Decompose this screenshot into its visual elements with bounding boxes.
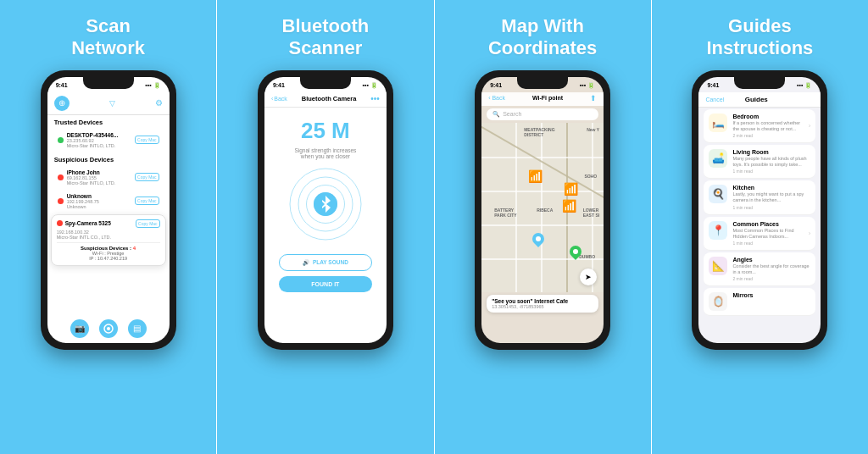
play-sound-btn[interactable]: 🔊 PLAY SOUND [279, 254, 372, 271]
device-name-3: Unknown [67, 193, 131, 199]
device-info-2: iPhone John 69.162.81.155 Micro-Star INT… [67, 169, 131, 185]
guide-read-time: 2 min read [732, 276, 810, 281]
gear-icon: ⚙ [155, 98, 163, 108]
map-view[interactable]: MEATPACKINGDISTRICT New Y SOHO BATTERYPA… [481, 123, 604, 292]
device-info: DESKTOP-435446... 23.235.60.92 Micro-Sta… [67, 132, 131, 148]
suspicious-device-row-1: iPhone John 69.162.81.155 Micro-Star INT… [53, 166, 164, 189]
cancel-btn[interactable]: Cancel [705, 97, 724, 102]
bluetooth-nav: ‹ Back Bluetooth Camera ••• [264, 92, 387, 108]
spy-camera-popup: Spy-Camera 5325 Copy Mac 192.168.100.32 … [51, 214, 166, 266]
device-company: Micro-Star INTLO, LTD. [67, 143, 131, 148]
screen-2: 9:41 ▪▪▪ 🔋 ‹ Back Bluetooth Camera ••• 2… [264, 77, 387, 343]
district-label: MEATPACKINGDISTRICT [524, 127, 554, 137]
cafe-info-box: "See you soon" Internet Cafe 13.3051453,… [487, 295, 598, 313]
signal-icons-2: ▪▪▪ 🔋 [362, 82, 377, 89]
device-info-3: Unknown 192.199.248.75 Unknown [67, 193, 131, 209]
time-2: 9:41 [273, 82, 285, 88]
guide-item-title: Kitchen [732, 185, 810, 191]
search-placeholder: Search [503, 111, 521, 117]
guide-icon: 🍳 [709, 185, 727, 203]
guide-icon: 📐 [709, 257, 727, 275]
title-line2: Network [71, 37, 145, 58]
guide-item[interactable]: 🍳 Kitchen Lastly, you might want to put … [704, 180, 815, 214]
screen-4: 9:41 ▪▪▪ 🔋 Cancel Guides 🛏️ Bedroom If a… [698, 77, 821, 343]
guide-read-time: 1 min read [732, 241, 803, 246]
title-line2-2: Scanner [288, 37, 362, 58]
back-btn-2[interactable]: ‹ Back [271, 96, 287, 102]
guide-content: Kitchen Lastly, you might want to put a … [732, 185, 810, 209]
guides-nav: Cancel Guides [698, 92, 821, 108]
bluetooth-icon [314, 192, 337, 216]
scan-btn[interactable] [99, 319, 118, 338]
guide-item-desc: Lastly, you might want to put a spy came… [732, 191, 810, 203]
guide-item-desc: If a person is concerned whether the spo… [732, 120, 803, 132]
map-search-bar[interactable]: 🔍 Search [487, 108, 598, 120]
wifi-point-label: Wi-Fi point [532, 95, 563, 101]
time-1: 9:41 [56, 82, 68, 88]
panel-title-1: Scan Network [71, 15, 145, 60]
popup-company: Micro-Star INTL CO., LTD. [57, 235, 160, 240]
status-dot-red-2 [58, 198, 64, 204]
navigation-btn[interactable]: ➤ [580, 269, 597, 285]
device-company-3: Unknown [67, 204, 131, 209]
guide-item-title: Living Room [732, 149, 810, 155]
status-dot-red-1 [58, 174, 64, 180]
guide-read-time: 1 min read [732, 169, 810, 174]
title-line1-2: Bluetooth [282, 15, 370, 36]
popup-header: Spy-Camera 5325 Copy Mac [57, 219, 160, 228]
chevron-right-icon: › [809, 230, 811, 237]
road-h1 [481, 157, 604, 158]
phone-4: 9:41 ▪▪▪ 🔋 Cancel Guides 🛏️ Bedroom If a… [692, 70, 827, 350]
camera-btn[interactable]: 📷 [70, 319, 89, 338]
guide-item[interactable]: 📍 Common Places Most Common Places to Fi… [704, 217, 815, 251]
title-line2-4: Instructions [706, 37, 813, 58]
notch-1 [83, 77, 134, 89]
guide-item[interactable]: 📐 Angles Consider the best angle for cov… [704, 252, 815, 286]
soho-label: SOHO [584, 174, 597, 179]
back-btn-3[interactable]: ‹ Back [488, 95, 505, 101]
play-icon: 🔊 [303, 259, 309, 266]
found-it-btn[interactable]: FOUND IT [279, 276, 372, 292]
wifi-marker-2: 📶 [562, 199, 576, 213]
copy-mac-btn-3[interactable]: Copy Mac [135, 197, 159, 205]
popup-ip-line: IP : 10.47.240.219 [57, 256, 160, 261]
popup-device-name: Spy-Camera 5325 [65, 220, 133, 226]
top-bar-1: ⊕ ▽ ⚙ [47, 92, 170, 115]
status-dot-green [58, 137, 64, 143]
copy-mac-btn-2[interactable]: Copy Mac [135, 173, 159, 181]
newyork-label: New Y [587, 127, 599, 132]
chevron-right-icon: › [809, 122, 811, 130]
screen-3: 9:41 ▪▪▪ 🔋 ‹ Back Wi-Fi point ⬆ 🔍 Search [481, 77, 604, 343]
guide-read-time: 2 min read [732, 133, 803, 138]
panel-title-2: Bluetooth Scanner [282, 15, 370, 60]
guide-item-title: Mirrors [732, 292, 810, 298]
list-btn[interactable]: ▤ [128, 319, 147, 338]
guide-item[interactable]: 🛏️ Bedroom If a person is concerned whet… [704, 109, 815, 143]
found-it-label: FOUND IT [311, 281, 339, 287]
map-nav: ‹ Back Wi-Fi point ⬆ [481, 92, 604, 106]
panel-bluetooth-scanner: Bluetooth Scanner 9:41 ▪▪▪ 🔋 ‹ Back Blue… [216, 0, 434, 454]
popup-copy-mac[interactable]: Copy Mac [136, 219, 160, 228]
title-line1-3: Map With [501, 15, 584, 36]
trusted-device-row: DESKTOP-435446... 23.235.60.92 Micro-Sta… [53, 129, 164, 152]
copy-mac-btn[interactable]: Copy Mac [135, 136, 159, 144]
share-icon[interactable]: ⬆ [590, 94, 597, 102]
guide-item[interactable]: 🛋️ Living Room Many people have all kind… [704, 145, 815, 179]
guide-item[interactable]: 🪞 Mirrors [704, 288, 815, 316]
guide-content: Common Places Most Common Places to Find… [732, 221, 803, 246]
panel-map-coordinates: Map With Coordinates 9:41 ▪▪▪ 🔋 ‹ Back W… [435, 0, 652, 454]
app-icon: ⊕ [54, 96, 70, 111]
title-line2-3: Coordinates [488, 37, 597, 58]
title-line1: Scan [86, 15, 131, 36]
cafe-name: "See you soon" Internet Cafe [492, 298, 593, 304]
guide-item-title: Bedroom [732, 114, 803, 119]
guide-icon: 🛏️ [709, 114, 727, 132]
road-h2 [481, 191, 604, 192]
suspicious-section-label: Suspicious Devices [47, 152, 170, 165]
search-icon: 🔍 [492, 111, 500, 118]
device-company-2: Micro-Star INTLO, LTD. [67, 180, 131, 185]
guide-read-time: 1 min read [732, 205, 810, 210]
panel-guides-instructions: Guides Instructions 9:41 ▪▪▪ 🔋 Cancel Gu… [652, 0, 868, 454]
more-options-icon[interactable]: ••• [370, 94, 380, 103]
guide-item-desc: Most Common Places to Find Hidden Camera… [732, 228, 803, 240]
